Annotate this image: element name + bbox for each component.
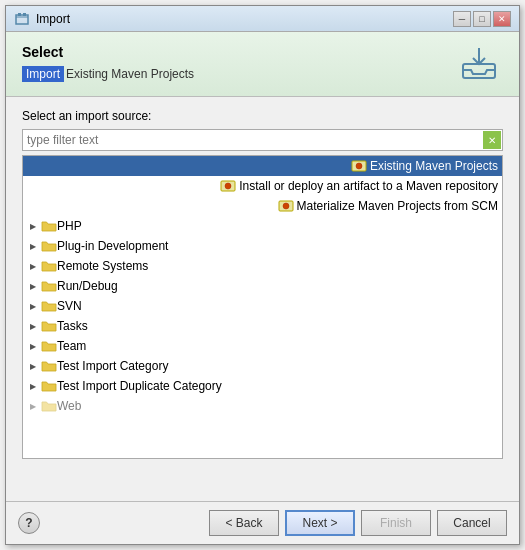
- tree-item[interactable]: PHP: [23, 216, 502, 236]
- breadcrumb-rest: Existing Maven Projects: [66, 67, 194, 81]
- finish-button[interactable]: Finish: [361, 510, 431, 536]
- filter-clear-button[interactable]: ✕: [483, 131, 501, 149]
- window-icon: [14, 11, 30, 27]
- expand-icon[interactable]: [27, 300, 39, 312]
- expand-icon[interactable]: [27, 340, 39, 352]
- maven-icon: [351, 159, 367, 173]
- tree-item[interactable]: Install or deploy an artifact to a Maven…: [23, 176, 502, 196]
- folder-icon: [41, 259, 57, 273]
- folder-icon: [41, 359, 57, 373]
- bottom-bar: ? < Back Next > Finish Cancel: [6, 501, 519, 544]
- tree-item[interactable]: Tasks: [23, 316, 502, 336]
- folder-icon: [41, 319, 57, 333]
- item-label: Materialize Maven Projects from SCM: [297, 199, 498, 213]
- item-label: Team: [57, 339, 86, 353]
- item-label: Run/Debug: [57, 279, 118, 293]
- title-bar: Import ─ □ ✕: [6, 6, 519, 32]
- cancel-button[interactable]: Cancel: [437, 510, 507, 536]
- item-label: PHP: [57, 219, 82, 233]
- import-icon: [459, 46, 499, 82]
- folder-icon: [41, 399, 57, 413]
- expand-icon[interactable]: [27, 240, 39, 252]
- expand-icon[interactable]: [27, 380, 39, 392]
- expand-icon[interactable]: [27, 320, 39, 332]
- maven-icon: [278, 199, 294, 213]
- next-button[interactable]: Next >: [285, 510, 355, 536]
- tree-item[interactable]: Existing Maven Projects: [23, 156, 502, 176]
- tree-item[interactable]: Plug-in Development: [23, 236, 502, 256]
- folder-icon: [41, 339, 57, 353]
- filter-input-wrapper: ✕: [22, 129, 503, 151]
- header-left: Select Import Existing Maven Projects: [22, 44, 194, 82]
- maven-icon: [220, 179, 236, 193]
- expand-icon[interactable]: [27, 400, 39, 412]
- expand-icon[interactable]: [27, 280, 39, 292]
- folder-icon: [41, 219, 57, 233]
- svg-point-6: [356, 163, 362, 169]
- svg-point-8: [225, 183, 231, 189]
- tree-item[interactable]: Run/Debug: [23, 276, 502, 296]
- item-label: Web: [57, 399, 81, 413]
- item-label: Install or deploy an artifact to a Maven…: [239, 179, 498, 193]
- help-button[interactable]: ?: [18, 512, 40, 534]
- section-label: Select an import source:: [22, 109, 503, 123]
- tree-item[interactable]: Remote Systems: [23, 256, 502, 276]
- item-label: Test Import Duplicate Category: [57, 379, 222, 393]
- tree-item[interactable]: Web: [23, 396, 502, 416]
- maximize-button[interactable]: □: [473, 11, 491, 27]
- tree-item[interactable]: Test Import Duplicate Category: [23, 376, 502, 396]
- import-dialog: Import ─ □ ✕ Select Import Existing Mave…: [5, 5, 520, 545]
- window-title: Import: [36, 12, 453, 26]
- expand-icon[interactable]: [27, 220, 39, 232]
- item-label: Tasks: [57, 319, 88, 333]
- item-label: Remote Systems: [57, 259, 148, 273]
- folder-icon: [41, 299, 57, 313]
- folder-icon: [41, 239, 57, 253]
- tree-item[interactable]: Test Import Category: [23, 356, 502, 376]
- content-section: Select an import source: ✕ Existing Mave…: [6, 97, 519, 471]
- item-label: Plug-in Development: [57, 239, 168, 253]
- item-label: Existing Maven Projects: [370, 159, 498, 173]
- item-label: Test Import Category: [57, 359, 168, 373]
- folder-icon: [41, 279, 57, 293]
- footer-gap: [6, 471, 519, 501]
- breadcrumb: Import Existing Maven Projects: [22, 66, 194, 82]
- svg-rect-2: [23, 13, 26, 16]
- breadcrumb-highlight: Import: [22, 66, 64, 82]
- filter-input[interactable]: [22, 129, 503, 151]
- expand-icon[interactable]: [27, 260, 39, 272]
- svg-rect-0: [16, 15, 28, 24]
- back-button[interactable]: < Back: [209, 510, 279, 536]
- item-label: SVN: [57, 299, 82, 313]
- close-button[interactable]: ✕: [493, 11, 511, 27]
- header-icon: [455, 44, 503, 84]
- expand-icon[interactable]: [27, 360, 39, 372]
- svg-point-10: [283, 203, 289, 209]
- folder-icon: [41, 379, 57, 393]
- tree-item[interactable]: SVN: [23, 296, 502, 316]
- window-controls: ─ □ ✕: [453, 11, 511, 27]
- header-title: Select: [22, 44, 194, 60]
- tree-item[interactable]: Materialize Maven Projects from SCM: [23, 196, 502, 216]
- tree-container[interactable]: Existing Maven Projects Install or deplo…: [22, 155, 503, 459]
- minimize-button[interactable]: ─: [453, 11, 471, 27]
- tree-item[interactable]: Team: [23, 336, 502, 356]
- header-section: Select Import Existing Maven Projects: [6, 32, 519, 97]
- svg-rect-1: [18, 13, 21, 16]
